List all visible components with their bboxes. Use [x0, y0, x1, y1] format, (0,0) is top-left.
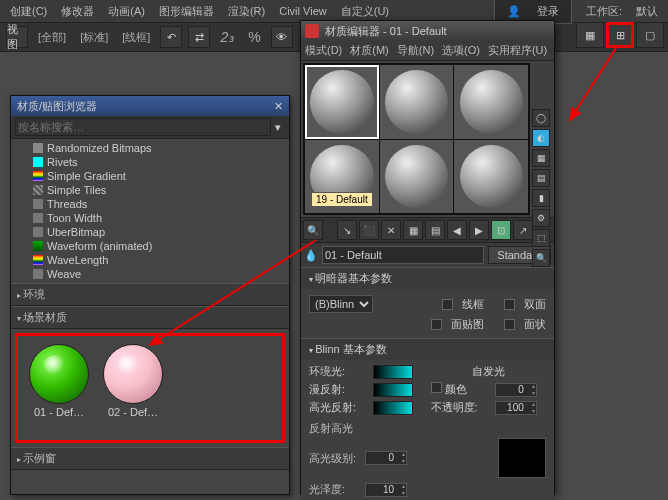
editor-menu: 模式(D) 材质(M) 导航(N) 选项(O) 实用程序(U) [301, 41, 554, 61]
tree-item[interactable]: Rivets [11, 155, 289, 169]
tool-eye[interactable]: 👁 [271, 26, 293, 48]
tree-item[interactable]: Threads [11, 197, 289, 211]
browser-title-text: 材质/贴图浏览器 [17, 99, 97, 114]
menu-anim[interactable]: 动画(A) [102, 2, 151, 21]
scene-material-2[interactable]: 02 - Def… [100, 344, 166, 432]
diffuse-color[interactable] [373, 383, 413, 397]
sample-slot[interactable] [305, 65, 379, 139]
scene-mat-header[interactable]: 场景材质 [11, 306, 289, 329]
tree-item[interactable]: WaveLength [11, 253, 289, 267]
sample-slot[interactable] [380, 65, 454, 139]
menu-modifier[interactable]: 修改器 [55, 2, 100, 21]
side-btn-options[interactable]: ⚙ [532, 209, 550, 227]
workspace-label: 工作区: [580, 2, 628, 21]
preset-hot[interactable]: [标准] [76, 28, 112, 47]
speclevel-spinner[interactable]: 0 [365, 451, 407, 465]
ambient-color[interactable] [373, 365, 413, 379]
menu-custom[interactable]: 自定义(U) [335, 2, 395, 21]
sample-slot[interactable] [454, 65, 528, 139]
side-btn-video[interactable]: ▮ [532, 189, 550, 207]
tool-undo[interactable]: ↶ [160, 26, 182, 48]
tool-link[interactable]: ⇄ [188, 26, 210, 48]
tree-item[interactable]: Simple Gradient [11, 169, 289, 183]
selfillum-spinner[interactable]: 0 [495, 383, 537, 397]
sample-section-header[interactable]: 示例窗 [11, 447, 289, 470]
menu-render[interactable]: 渲染(R) [222, 2, 271, 21]
tb-nav1[interactable]: ◀ [447, 220, 467, 240]
side-btn-sample-type[interactable]: ◯ [532, 109, 550, 127]
tb-go[interactable]: ↗ [513, 220, 533, 240]
cmd-btn-3[interactable]: ▢ [636, 22, 664, 48]
view-dropdown[interactable]: 视图 [6, 26, 28, 48]
browser-close-icon[interactable]: ✕ [274, 100, 283, 113]
material-name-input[interactable] [322, 246, 484, 264]
preset-line[interactable]: [线框] [118, 28, 154, 47]
env-section-header[interactable]: 环境 [11, 283, 289, 306]
tree-item[interactable]: Weave [11, 267, 289, 281]
tree-item[interactable]: Simple Tiles [11, 183, 289, 197]
menu-create[interactable]: 创建(C) [4, 2, 53, 21]
twoside-checkbox[interactable] [504, 299, 515, 310]
sample-slot[interactable]: 19 - Default [305, 140, 379, 214]
mat-label: 02 - Def… [108, 406, 158, 418]
menu-nav[interactable]: 导航(N) [397, 43, 434, 58]
facemap-checkbox[interactable] [431, 319, 442, 330]
wire-checkbox[interactable] [442, 299, 453, 310]
material-browser-window: 材质/贴图浏览器 ✕ ▾ Randomized Bitmaps Rivets S… [10, 95, 290, 495]
gloss-spinner[interactable]: 10 [365, 483, 407, 497]
blinn-rollout-header[interactable]: Blinn 基本参数 [301, 339, 554, 360]
material-name-row: 💧 Standard [301, 243, 554, 267]
tb-assign[interactable]: ⬛ [359, 220, 379, 240]
sample-slot[interactable] [454, 140, 528, 214]
right-command-panel: ▦ ⊞ ▢ [568, 22, 664, 48]
wire-label: 线框 [462, 297, 484, 312]
sample-slot[interactable] [380, 140, 454, 214]
tree-item[interactable]: Toon Width [11, 211, 289, 225]
dropper-icon[interactable]: 💧 [304, 249, 318, 262]
spec-color[interactable] [373, 401, 413, 415]
workspace-default[interactable]: 默认 [630, 2, 664, 21]
shader-select[interactable]: (B)Blinn [309, 295, 373, 313]
menu-graph[interactable]: 图形编辑器 [153, 2, 220, 21]
menu-options[interactable]: 选项(O) [442, 43, 480, 58]
cmd-btn-1[interactable]: ▦ [576, 22, 604, 48]
tb-show[interactable]: ▤ [425, 220, 445, 240]
material-editor-button[interactable]: ⊞ [606, 22, 634, 48]
tb-reset[interactable]: ✕ [381, 220, 401, 240]
menu-civil[interactable]: Civil View [273, 3, 332, 19]
editor-icon [305, 24, 319, 38]
main-menu: 创建(C) 修改器 动画(A) 图形编辑器 渲染(R) Civil View 自… [0, 0, 668, 22]
menu-mode[interactable]: 模式(D) [305, 43, 342, 58]
tb-make[interactable]: ▦ [403, 220, 423, 240]
tool-23[interactable]: 2₃ [216, 27, 238, 47]
get-material-button[interactable]: 🔍 [303, 220, 323, 240]
opacity-label: 不透明度: [431, 400, 487, 415]
tb-nav2[interactable]: ▶ [469, 220, 489, 240]
tree-item[interactable]: Randomized Bitmaps [11, 141, 289, 155]
scene-material-1[interactable]: 01 - Def… [26, 344, 92, 432]
side-btn-magnify[interactable]: 🔍 [532, 249, 550, 267]
tb-pick[interactable]: ⊡ [491, 220, 511, 240]
tree-item[interactable]: UberBitmap [11, 225, 289, 239]
tree-item[interactable]: Waveform (animated) [11, 239, 289, 253]
preset-all[interactable]: [全部] [34, 28, 70, 47]
shader-rollout-header[interactable]: 明暗器基本参数 [301, 268, 554, 289]
shader-rollout: 明暗器基本参数 (B)Blinn 线框 双面 面贴图 面状 [301, 267, 554, 338]
editor-titlebar[interactable]: 材质编辑器 - 01 - Default [301, 21, 554, 41]
tb-put[interactable]: ↘ [337, 220, 357, 240]
faceted-checkbox[interactable] [504, 319, 515, 330]
menu-util[interactable]: 实用程序(U) [488, 43, 547, 58]
opacity-spinner[interactable]: 100 [495, 401, 537, 415]
search-input[interactable] [15, 118, 271, 136]
selfcolor-checkbox[interactable] [431, 382, 442, 393]
speclevel-label: 高光级别: [309, 451, 359, 466]
tool-pct[interactable]: % [244, 27, 264, 47]
facemap-label: 面贴图 [451, 317, 484, 332]
menu-material[interactable]: 材质(M) [350, 43, 389, 58]
side-btn-uv[interactable]: ▤ [532, 169, 550, 187]
search-dropdown-icon[interactable]: ▾ [271, 121, 285, 134]
side-btn-select[interactable]: ⬚ [532, 229, 550, 247]
side-btn-bg[interactable]: ▦ [532, 149, 550, 167]
browser-titlebar[interactable]: 材质/贴图浏览器 ✕ [11, 96, 289, 116]
side-btn-backlight[interactable]: ◐ [532, 129, 550, 147]
